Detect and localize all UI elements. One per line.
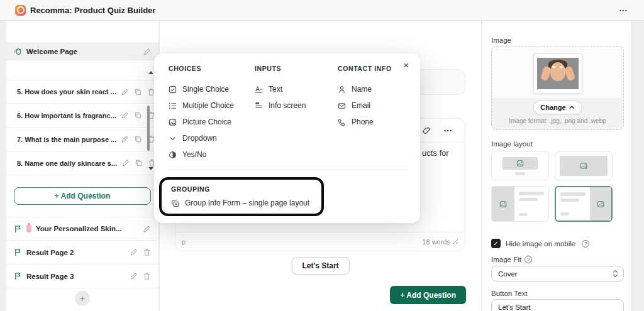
duplicate-icon[interactable] [134,88,142,96]
column-title: CHOICES [169,65,234,72]
image-fit-label-row: Image Fit ? [491,256,532,263]
block-tag-indicator: p [182,238,186,246]
word-count: 18 words [422,238,450,246]
image-placeholder-icon [502,157,538,170]
menu-item-phone[interactable]: Phone [338,114,392,130]
email-icon [338,102,346,110]
result-page-label: Your Personalized Skin... [36,225,122,232]
flag-icon [14,225,22,233]
layout-option-image-full[interactable] [555,151,613,180]
list-scrollbar[interactable] [147,106,150,151]
help-icon[interactable]: ? [525,256,532,263]
image-placeholder-icon [560,156,608,176]
grouping-title: GROUPING [171,185,321,193]
menu-item-single-choice[interactable]: Single Choice [169,81,234,97]
image-layout-options [491,151,614,222]
question-row[interactable]: 8. Name one daily skincare s... [6,151,158,175]
menu-item-dropdown[interactable]: Dropdown [169,130,234,146]
lets-start-preview-button[interactable]: Let's Start [291,257,349,275]
menu-item-email[interactable]: Email [338,97,392,114]
question-list: 5. How does your skin react ... 6. How i… [6,80,158,175]
sidebar-item-label: Welcome Page [26,48,77,55]
canvas-add-question-button[interactable]: + Add Question [390,286,466,304]
picture-choice-icon [169,118,177,126]
edit-pencil-icon[interactable] [121,135,129,143]
help-icon[interactable]: ? [582,240,589,248]
single-choice-icon [169,85,177,94]
menu-item-picture-choice[interactable]: Picture Choice [169,114,234,130]
menu-item-group-info-form[interactable]: Group Info Form – single page layout [171,199,321,207]
checkbox-checked-icon[interactable]: ✓ [491,239,501,248]
chevron-down-icon [169,134,177,143]
question-row[interactable]: 7. What is the main purpose ... [6,128,158,151]
change-image-button[interactable]: Change [533,101,582,114]
image-placeholder-icon [590,187,611,221]
layout-option-image-top[interactable] [491,151,549,180]
trash-icon[interactable] [143,248,151,256]
layout-option-image-right[interactable] [555,186,613,222]
image-section-label: Image [491,36,511,44]
close-icon[interactable]: × [403,60,409,70]
edit-pencil-icon[interactable] [143,48,151,56]
edit-pencil-icon[interactable] [130,248,138,256]
recomma-logo-icon [15,5,26,16]
more-options-icon[interactable] [443,126,452,135]
result-page-row[interactable]: Result Page 3 [6,265,158,288]
choices-column: CHOICES Single Choice Multiple Choice Pi… [169,65,234,163]
grouping-highlight-box: GROUPING Group Info Form – single page l… [159,177,324,216]
edit-pencil-icon[interactable] [121,111,129,119]
question-row[interactable]: 5. How does your skin react ... [6,80,158,104]
scroll-up-indicator [148,71,153,74]
edit-pencil-icon[interactable] [130,272,138,280]
hide-image-on-mobile-toggle[interactable]: ✓ Hide image on mobile ? [491,239,589,248]
column-title: CONTACT INFO [338,65,392,72]
menu-item-name[interactable]: Name [338,81,392,97]
edit-pencil-icon[interactable] [121,88,129,96]
link-icon[interactable] [422,126,431,135]
duplicate-icon[interactable] [134,135,142,143]
image-fit-value: Cover [498,270,518,278]
menu-item-yes-no[interactable]: Yes/No [169,146,234,163]
pages-sidebar: Welcome Page 5. How does your skin react… [6,21,159,311]
sidebar-item-welcome-page[interactable]: Welcome Page [6,43,158,60]
menu-item-info-screen[interactable]: Info screen [255,97,306,114]
overflow-menu-icon[interactable]: ⋯ [619,5,629,15]
settings-inspector: Image Change Image format: .jpg, .png an… [482,21,631,311]
sidebar-add-question-button[interactable]: + Add Question [14,187,151,205]
add-page-button[interactable]: + [75,291,90,306]
select-chevrons-icon [613,270,618,278]
yes-no-icon [169,151,177,159]
layout-option-image-left[interactable] [491,186,549,222]
menu-item-text[interactable]: Text [255,81,306,97]
question-type-popup: × CHOICES Single Choice Multiple Choice … [154,53,420,223]
result-page-list: Your Personalized Skin... Result Page 2 … [6,217,158,288]
edit-pencil-icon[interactable] [121,159,130,167]
result-page-row[interactable]: Your Personalized Skin... [6,217,158,241]
menu-item-multiple-choice[interactable]: Multiple Choice [169,97,234,114]
trash-icon[interactable] [143,272,151,280]
result-page-row[interactable]: Result Page 2 [6,241,158,265]
question-label: 7. What is the main purpose ... [17,136,116,143]
button-text-label: Button Text [491,290,527,297]
face-photo [537,58,579,89]
phone-icon [338,118,346,126]
resize-handle-icon[interactable] [453,239,458,244]
lotion-bottle-icon [26,225,31,232]
text-input-icon [255,85,263,94]
inputs-column: INPUTS Text Info screen [255,65,306,114]
button-text-input[interactable] [491,299,624,311]
duplicate-icon[interactable] [135,159,143,167]
question-label: 6. How important is fragranc... [17,112,116,119]
image-fit-select[interactable]: Cover [491,266,624,281]
app-title: Recomma: Product Quiz Builder [30,6,155,15]
app-header: Recomma: Product Quiz Builder ⋯ [0,0,644,21]
image-upload-area[interactable]: Change Image format: .jpg, .png and .web… [491,46,624,130]
chevron-up-icon [569,106,575,109]
editor-statusbar: p 18 words [175,232,465,251]
question-row[interactable]: 6. How important is fragranc... [6,104,158,128]
edit-pencil-icon[interactable] [143,225,151,233]
wave-hand-icon [14,47,23,56]
description-text-fragment: ucts for [422,148,449,158]
duplicate-icon[interactable] [134,111,142,119]
result-page-label: Result Page 2 [26,249,74,256]
